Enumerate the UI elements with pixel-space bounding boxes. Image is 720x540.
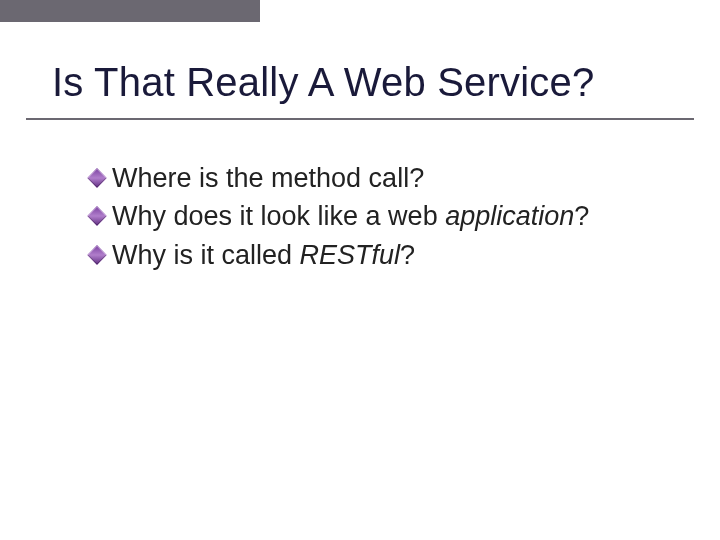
list-item: Why does it look like a web application? [90, 198, 680, 234]
list-item-text: Why is it called RESTful? [112, 237, 680, 273]
text-plain: Where is the method call? [112, 163, 424, 193]
diamond-bullet-icon [87, 168, 107, 188]
slide: Is That Really A Web Service? Where is t… [0, 0, 720, 540]
list-item: Where is the method call? [90, 160, 680, 196]
list-item-text: Where is the method call? [112, 160, 680, 196]
slide-title: Is That Really A Web Service? [52, 60, 680, 105]
diamond-bullet-icon [87, 207, 107, 227]
diamond-bullet-icon [87, 245, 107, 265]
bullet-list: Where is the method call? Why does it lo… [90, 160, 680, 275]
text-post: ? [400, 240, 415, 270]
text-post: ? [574, 201, 589, 231]
list-item-text: Why does it look like a web application? [112, 198, 680, 234]
text-italic: RESTful [300, 240, 401, 270]
text-plain: Why is it called [112, 240, 300, 270]
list-item: Why is it called RESTful? [90, 237, 680, 273]
title-divider [26, 118, 694, 120]
top-accent-bar [0, 0, 260, 22]
text-italic: application [445, 201, 574, 231]
text-plain: Why does it look like a web [112, 201, 445, 231]
